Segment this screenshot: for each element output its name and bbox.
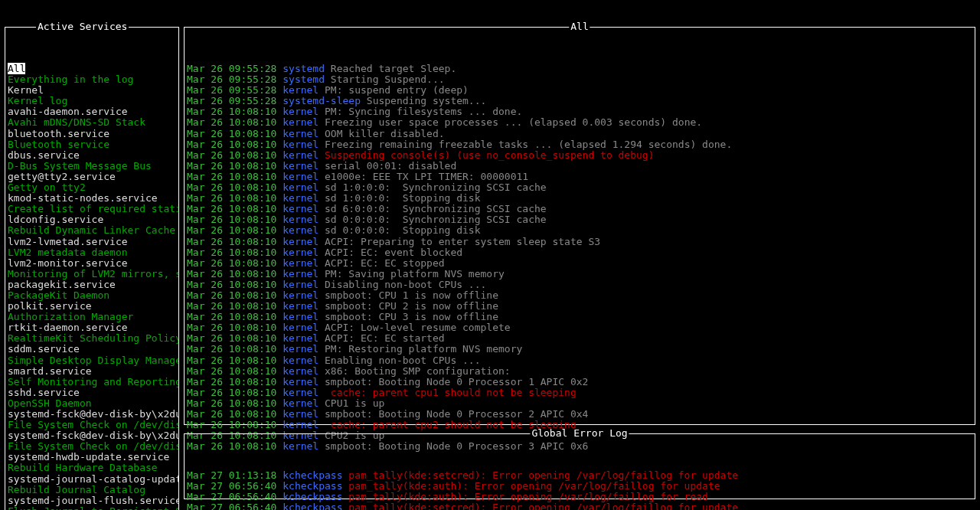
- service-item-selected[interactable]: All: [8, 64, 176, 74]
- log-row[interactable]: Mar 26 10:08:10 kernel serial 00:01: dis…: [187, 161, 972, 172]
- service-item[interactable]: Bluetooth service: [8, 139, 176, 150]
- service-item[interactable]: Kernel log: [8, 96, 176, 106]
- log-row[interactable]: Mar 26 10:08:10 kernel sd 0:0:0:0: Stopp…: [187, 225, 972, 236]
- service-item[interactable]: Flush Journal to Persistent St: [8, 506, 176, 510]
- service-item-label: Flush Journal to Persistent St: [8, 505, 178, 510]
- service-item[interactable]: sshd.service: [8, 387, 176, 398]
- log-row[interactable]: Mar 26 10:08:10 kernel smpboot: CPU 3 is…: [187, 312, 972, 322]
- log-row[interactable]: Mar 26 10:08:10 kernel PM: Saving platfo…: [187, 269, 972, 280]
- service-item[interactable]: dbus.service: [8, 150, 176, 161]
- log-row[interactable]: Mar 26 10:08:10 kernel Freezing user spa…: [187, 117, 972, 128]
- error-log-body[interactable]: Mar 27 01:13:18 kcheckpass pam_tally(kde…: [185, 466, 975, 510]
- service-item[interactable]: systemd-journal-catalog-update: [8, 474, 176, 485]
- service-item[interactable]: Simple Desktop Display Manager: [8, 355, 176, 366]
- service-item[interactable]: Rebuild Hardware Database: [8, 463, 176, 473]
- service-list[interactable]: AllEverything in the logKernelKernel log…: [5, 60, 178, 510]
- service-item[interactable]: Create list of required static: [8, 204, 176, 214]
- service-item[interactable]: systemd-fsck@dev-disk-by\x2duu: [8, 430, 176, 441]
- log-row[interactable]: Mar 26 09:55:28 systemd Starting Suspend…: [187, 74, 972, 85]
- log-service: kcheckpass: [283, 502, 348, 510]
- service-item-label: avahi-daemon.service: [8, 106, 128, 117]
- log-row[interactable]: Mar 26 09:55:28 systemd-sleep Suspending…: [187, 96, 972, 106]
- error-log-pane[interactable]: Global Error Log Mar 27 01:13:18 kcheckp…: [184, 433, 975, 499]
- service-item[interactable]: Everything in the log: [8, 74, 176, 85]
- log-row[interactable]: Mar 26 10:08:10 kernel Enabling non-boot…: [187, 355, 972, 366]
- log-row[interactable]: Mar 26 10:08:10 kernel ACPI: EC: EC star…: [187, 333, 972, 344]
- error-row[interactable]: Mar 27 06:56:40 kcheckpass pam_tally(kde…: [187, 502, 972, 510]
- service-item[interactable]: kmod-static-nodes.service: [8, 193, 176, 204]
- log-message: Freezing remaining freezable tasks ... (…: [325, 139, 732, 150]
- service-item[interactable]: Avahi mDNS/DNS-SD Stack: [8, 117, 176, 128]
- log-row[interactable]: Mar 26 10:08:10 kernel Disabling non-boo…: [187, 280, 972, 290]
- log-row[interactable]: Mar 26 10:08:10 kernel CPU1 is up: [187, 398, 972, 409]
- main-log-body[interactable]: Mar 26 09:55:28 systemd Reached target S…: [185, 60, 975, 454]
- service-item[interactable]: bluetooth.service: [8, 129, 176, 139]
- service-item[interactable]: Self Monitoring and Reporting: [8, 377, 176, 387]
- service-item[interactable]: Rebuild Journal Catalog: [8, 485, 176, 495]
- log-row[interactable]: Mar 26 10:08:10 kernel e1000e: EEE TX LP…: [187, 172, 972, 182]
- log-row[interactable]: Mar 26 10:08:10 kernel ACPI: Low-level r…: [187, 322, 972, 333]
- log-row[interactable]: Mar 26 10:08:10 kernel sd 0:0:0:0: Synch…: [187, 214, 972, 225]
- log-row[interactable]: Mar 26 10:08:10 kernel smpboot: Booting …: [187, 409, 972, 420]
- log-row[interactable]: Mar 26 10:08:10 kernel Freezing remainin…: [187, 139, 972, 150]
- log-message: serial 00:01: disabled: [325, 160, 456, 172]
- service-item[interactable]: RealtimeKit Scheduling Policy: [8, 333, 176, 344]
- log-row[interactable]: Mar 26 10:08:10 kernel smpboot: Booting …: [187, 377, 972, 387]
- log-row[interactable]: Mar 26 10:08:10 kernel ACPI: Preparing t…: [187, 237, 972, 247]
- service-item[interactable]: ldconfig.service: [8, 214, 176, 225]
- log-message: sd 0:0:0:0: Stopping disk: [325, 224, 481, 236]
- log-row[interactable]: Mar 26 10:08:10 kernel OOM killer disabl…: [187, 129, 972, 139]
- log-row[interactable]: Mar 26 10:08:10 kernel sd 6:0:0:0: Synch…: [187, 204, 972, 214]
- log-row[interactable]: Mar 26 10:08:10 kernel cache: parent cpu…: [187, 387, 972, 398]
- service-item[interactable]: systemd-hwdb-update.service: [8, 452, 176, 463]
- log-message: x86: Booting SMP configuration:: [325, 365, 511, 377]
- service-item[interactable]: Kernel: [8, 85, 176, 96]
- service-item[interactable]: avahi-daemon.service: [8, 106, 176, 117]
- log-row[interactable]: Mar 26 09:55:28 kernel PM: suspend entry…: [187, 85, 972, 96]
- service-item[interactable]: lvm2-lvmetad.service: [8, 237, 176, 247]
- error-row[interactable]: Mar 27 01:13:18 kcheckpass pam_tally(kde…: [187, 470, 972, 481]
- log-row[interactable]: Mar 26 10:08:10 kernel sd 1:0:0:0: Stopp…: [187, 193, 972, 204]
- service-item[interactable]: smartd.service: [8, 366, 176, 377]
- service-item[interactable]: LVM2 metadata daemon: [8, 247, 176, 258]
- service-item[interactable]: Getty on tty2: [8, 182, 176, 193]
- log-row[interactable]: Mar 26 10:08:10 kernel PM: Syncing files…: [187, 106, 972, 117]
- log-service: kernel: [283, 116, 325, 128]
- service-item[interactable]: polkit.service: [8, 301, 176, 312]
- log-row[interactable]: Mar 26 10:08:10 kernel ACPI: EC: EC stop…: [187, 258, 972, 269]
- service-item[interactable]: Authorization Manager: [8, 312, 176, 322]
- log-service: kernel: [283, 279, 325, 290]
- log-row[interactable]: Mar 26 10:08:10 kernel ACPI: EC: event b…: [187, 247, 972, 258]
- log-row[interactable]: Mar 26 09:55:28 systemd Reached target S…: [187, 64, 972, 74]
- log-service: kernel: [283, 355, 325, 366]
- service-item[interactable]: lvm2-monitor.service: [8, 258, 176, 269]
- service-item[interactable]: D-Bus System Message Bus: [8, 161, 176, 172]
- log-service: systemd-sleep: [283, 95, 367, 106]
- error-row[interactable]: Mar 27 06:56:40 kcheckpass pam_tally(kde…: [187, 492, 972, 502]
- log-row[interactable]: Mar 26 10:08:10 kernel PM: Restoring pla…: [187, 344, 972, 355]
- service-item-label: sddm.service: [8, 343, 80, 355]
- active-services-pane[interactable]: Active Services AllEverything in the log…: [5, 27, 179, 510]
- service-item-label: Create list of required static: [8, 203, 178, 214]
- error-row[interactable]: Mar 27 06:56:40 kcheckpass pam_tally(kde…: [187, 481, 972, 492]
- log-timestamp: Mar 26 10:08:10: [187, 332, 283, 344]
- log-row[interactable]: Mar 26 10:08:10 kernel Suspending consol…: [187, 150, 972, 161]
- log-timestamp: Mar 26 10:08:10: [187, 171, 283, 182]
- log-row[interactable]: Mar 26 10:08:10 kernel sd 1:0:0:0: Synch…: [187, 182, 972, 193]
- service-item[interactable]: packagekit.service: [8, 280, 176, 290]
- log-row[interactable]: Mar 26 10:08:10 kernel smpboot: CPU 2 is…: [187, 301, 972, 312]
- service-item[interactable]: rtkit-daemon.service: [8, 322, 176, 333]
- service-item[interactable]: systemd-journal-flush.service: [8, 495, 176, 506]
- service-item[interactable]: PackageKit Daemon: [8, 290, 176, 301]
- log-row[interactable]: Mar 26 10:08:10 kernel x86: Booting SMP …: [187, 366, 972, 377]
- main-log-pane[interactable]: All Mar 26 09:55:28 systemd Reached targ…: [184, 27, 975, 425]
- log-row[interactable]: Mar 26 10:08:10 kernel smpboot: CPU 1 is…: [187, 290, 972, 301]
- service-item[interactable]: sddm.service: [8, 344, 176, 355]
- service-item[interactable]: File System Check on /dev/disk: [8, 420, 176, 430]
- service-item[interactable]: Monitoring of LVM2 mirrors, sn: [8, 269, 176, 280]
- service-item[interactable]: systemd-fsck@dev-disk-by\x2duu: [8, 409, 176, 420]
- service-item[interactable]: getty@tty2.service: [8, 172, 176, 182]
- service-item[interactable]: File System Check on /dev/disk: [8, 441, 176, 452]
- service-item[interactable]: Rebuild Dynamic Linker Cache: [8, 225, 176, 236]
- service-item[interactable]: OpenSSH Daemon: [8, 398, 176, 409]
